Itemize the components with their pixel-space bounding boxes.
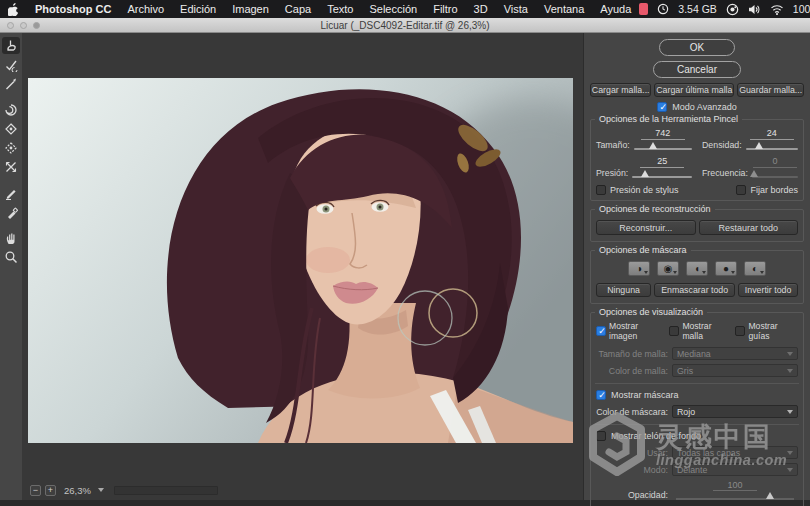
mask-color-value: Rojo [677,407,695,417]
slider-value-field[interactable]: 0 [753,156,797,168]
ninguna-button[interactable]: Ninguna [596,283,651,297]
show-mask-checkbox[interactable] [596,390,606,400]
mesh-color-label: Color de malla: [596,366,668,376]
slider-tama-o: Tamaño:742 [596,128,692,152]
clock-icon[interactable] [657,3,669,15]
mask-options-title: Opciones de máscara [595,245,691,255]
menu-filtro[interactable]: Filtro [425,3,465,15]
twirl-clockwise-tool[interactable] [2,101,20,118]
slider-value-field[interactable]: 25 [640,156,684,168]
guardar-malla-button[interactable]: Guardar malla... [737,83,804,97]
zoom-in-button[interactable]: + [45,485,56,496]
smooth-tool[interactable] [2,75,20,92]
brush-checkbox-row: Presión de stylus Fijar bordes [596,185,798,195]
invert-mask-mode-button[interactable]: ◐ [744,261,766,276]
invertir-todo-button[interactable]: Invertir todo [738,283,798,297]
cargar-ltima-malla-button[interactable]: Cargar última malla [654,83,734,97]
slider-track[interactable] [632,172,692,180]
app-circle-icon[interactable] [726,3,739,16]
slider-track[interactable] [634,144,692,152]
stylus-pressure-checkbox[interactable] [596,185,606,195]
dialog-title: Licuar (_DSC4092-Editar.tif @ 26,3%) [0,20,810,31]
reconstruct-options-title: Opciones de reconstrucción [595,204,715,214]
menu-photoshop-cc[interactable]: Photoshop CC [27,3,119,15]
menu-texto[interactable]: Texto [319,3,361,15]
photoshop-window: Photoshop CCArchivoEdiciónImagenCapaText… [0,0,810,506]
separator [595,424,799,425]
use-row: Usar: Todas las capas [596,446,798,459]
subtract-mask-mode-button[interactable]: ◖ [686,261,708,276]
portrait-photo[interactable] [28,78,573,443]
advanced-mode-checkbox[interactable] [657,102,667,112]
mostrar-gu-as-checkbox[interactable] [735,326,745,336]
mesh-size-row: Tamaño de malla: Mediana [596,347,798,360]
reconstruir-button[interactable]: Reconstruir... [596,220,696,235]
reconstruct-tool[interactable] [2,56,20,73]
cancel-button[interactable]: Cancelar [653,61,741,78]
chevron-down-icon [787,369,793,373]
slider-track[interactable] [746,144,798,152]
advanced-mode-label: Modo Avanzado [672,102,736,112]
opacity-thumb [766,492,774,499]
mostrar-malla-row: Mostrar malla [669,321,731,341]
cargar-malla-button[interactable]: Cargar malla... [590,83,651,97]
replace-mask-mode-button[interactable]: ◑ [628,261,650,276]
pin-edges-checkbox[interactable] [736,185,746,195]
menu-imagen[interactable]: Imagen [224,3,277,15]
slider-thumb[interactable] [755,142,763,149]
chevron-down-icon [787,451,793,455]
mesh-size-value: Mediana [677,349,711,359]
menu-3d[interactable]: 3D [466,3,496,15]
pucker-tool[interactable] [2,120,20,137]
stylus-pressure-label: Presión de stylus [610,185,679,195]
slider-thumb[interactable] [641,170,649,177]
wifi-icon[interactable] [770,4,784,15]
view-options-title: Opciones de visualización [595,307,707,317]
mask-mode-buttons: ◑◉◖●◐ [596,261,798,276]
menu-capa[interactable]: Capa [277,3,319,15]
battery-percent: 100 % [793,3,810,15]
mostrar-imagen-checkbox[interactable] [596,326,606,336]
ok-button[interactable]: OK [659,39,735,56]
intersect-mask-mode-button[interactable]: ● [715,261,737,276]
menu-archivo[interactable]: Archivo [119,3,172,15]
slider-track-line [746,148,798,150]
slider-value-field[interactable]: 24 [750,128,794,140]
enmascarar-todo-button[interactable]: Enmascarar todo [654,283,735,297]
push-left-tool[interactable] [2,158,20,175]
menu-selecci-n[interactable]: Selección [361,3,425,15]
zoom-dropdown-caret[interactable] [98,488,104,492]
menu-ayuda[interactable]: Ayuda [592,3,639,15]
liquify-options-panel: OK Cancelar Cargar malla...Cargar última… [583,33,810,500]
horizontal-scrollbar[interactable] [114,486,218,495]
menu-ventana[interactable]: Ventana [536,3,592,15]
liquify-toolbar [0,33,22,500]
mask-color-select[interactable]: Rojo [672,405,798,418]
mostrar-malla-checkbox[interactable] [669,326,679,336]
slider-value-field[interactable]: 742 [641,128,685,140]
freeze-mask-tool[interactable] [2,184,20,201]
color-swatch-icon[interactable] [639,3,648,15]
slider-thumb[interactable] [649,142,657,149]
zoom-out-button[interactable]: − [30,485,41,496]
zoom-level[interactable]: 26,3% [64,485,91,496]
hand-tool[interactable] [2,229,20,246]
brush-options-title: Opciones de la Herramienta Pincel [595,114,742,124]
thaw-mask-tool[interactable] [2,203,20,220]
advanced-mode-row: Modo Avanzado [590,102,804,112]
show-backdrop-checkbox[interactable] [596,431,606,441]
slider-thumb[interactable] [750,170,758,177]
forward-warp-tool[interactable] [2,37,20,54]
menu-vista[interactable]: Vista [496,3,536,15]
restaurar-todo-button[interactable]: Restaurar todo [699,220,799,235]
show-mask-row: Mostrar máscara [596,390,798,400]
canvas-area[interactable]: − + 26,3% [22,33,583,500]
bloat-tool[interactable] [2,139,20,156]
zoom-tool[interactable] [2,248,20,265]
add-mask-mode-button[interactable]: ◉ [657,261,679,276]
menu-edici-n[interactable]: Edición [172,3,224,15]
apple-icon[interactable] [8,3,19,16]
reconstruct-options-group: Opciones de reconstrucción Reconstruir..… [590,209,804,242]
volume-icon[interactable] [748,4,761,15]
slider-track[interactable] [752,172,798,180]
